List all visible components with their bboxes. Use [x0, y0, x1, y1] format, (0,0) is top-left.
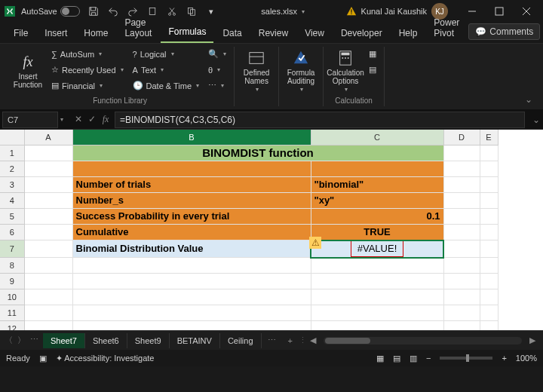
- tab-developer[interactable]: Developer: [333, 23, 390, 43]
- maximize-button[interactable]: [486, 0, 513, 23]
- select-all-corner[interactable]: [0, 130, 24, 145]
- cell-B7[interactable]: Binomial Distribution Value: [72, 240, 311, 258]
- cut-icon[interactable]: [163, 2, 181, 20]
- view-page-icon[interactable]: ▤: [393, 354, 400, 363]
- row-header-9[interactable]: 9: [0, 274, 24, 289]
- formula-bar-expand-icon[interactable]: ⌄: [529, 115, 543, 125]
- sheet-tab-betainv[interactable]: BETAINV: [170, 333, 220, 348]
- row-header-12[interactable]: 12: [0, 321, 24, 331]
- chevron-down-icon[interactable]: ▾: [202, 2, 220, 20]
- tab-formulas[interactable]: Formulas: [161, 22, 213, 43]
- comments-button[interactable]: 💬 Comments: [468, 23, 540, 40]
- autosum-button[interactable]: ∑AutoSum▾: [48, 47, 127, 61]
- row-header-6[interactable]: 6: [0, 225, 24, 240]
- cell-C6[interactable]: TRUE: [311, 225, 443, 240]
- insert-function-button[interactable]: fx Insert Function: [11, 47, 45, 95]
- cell-title[interactable]: BINOMDIST function: [72, 145, 443, 161]
- more-fn-button[interactable]: ⋯▾: [205, 78, 229, 93]
- row-header-10[interactable]: 10: [0, 289, 24, 305]
- recently-used-button[interactable]: ☆Recently Used▾: [48, 63, 127, 77]
- sheet-tab-sheet6[interactable]: Sheet6: [85, 333, 127, 348]
- zoom-in-icon[interactable]: +: [502, 354, 506, 363]
- tab-power-pivot[interactable]: Power Pivot: [426, 13, 467, 43]
- sheet-next-icon[interactable]: 〉: [17, 335, 26, 346]
- close-button[interactable]: [513, 0, 540, 23]
- spreadsheet-grid[interactable]: A B C D E 1BINOMDIST function 2 3Number …: [0, 130, 543, 330]
- new-sheet-button[interactable]: +: [282, 336, 299, 345]
- copy-icon[interactable]: [183, 2, 201, 20]
- tab-review[interactable]: Review: [251, 23, 296, 43]
- cell-B3[interactable]: Number of trials: [72, 177, 311, 193]
- tab-page-layout[interactable]: Page Layout: [117, 13, 159, 43]
- formula-auditing-button[interactable]: Formula Auditing▾: [284, 47, 318, 95]
- autosave-toggle[interactable]: AutoSave: [21, 6, 80, 17]
- cell-C5[interactable]: 0.1: [311, 209, 443, 225]
- sheet-menu-icon[interactable]: ⋯: [30, 335, 38, 346]
- tab-insert[interactable]: Insert: [37, 23, 75, 43]
- text-button[interactable]: AText▾: [130, 63, 203, 77]
- tab-file[interactable]: File: [6, 23, 35, 43]
- hscroll-left-icon[interactable]: ◀: [307, 335, 319, 345]
- filename-chevron-icon[interactable]: ▾: [302, 8, 305, 15]
- ribbon-collapse-icon[interactable]: ⌄: [525, 94, 532, 105]
- zoom-slider[interactable]: [440, 357, 492, 360]
- view-normal-icon[interactable]: ▦: [376, 354, 384, 363]
- financial-button[interactable]: ▤Financial▾: [48, 78, 127, 93]
- enter-formula-icon[interactable]: ✓: [86, 114, 98, 125]
- namebox-chevron-icon[interactable]: ▾: [60, 116, 69, 123]
- col-header-D[interactable]: D: [443, 130, 480, 145]
- row-header-11[interactable]: 11: [0, 305, 24, 321]
- col-header-B[interactable]: B: [72, 130, 311, 145]
- cell-C4[interactable]: "xy": [311, 193, 443, 209]
- accessibility-status[interactable]: ✦ Accessibility: Investigate: [56, 354, 155, 363]
- save-icon[interactable]: [84, 2, 103, 20]
- defined-names-button[interactable]: Defined Names▾: [239, 47, 274, 95]
- row-header-4[interactable]: 4: [0, 193, 24, 209]
- svg-rect-13: [342, 52, 350, 55]
- calculation-options-button[interactable]: Calculation Options▾: [328, 47, 363, 95]
- calc-now-button[interactable]: ▦: [366, 47, 379, 61]
- date-time-button[interactable]: 🕒Date & Time▾: [130, 78, 203, 93]
- cancel-formula-icon[interactable]: ✕: [72, 114, 84, 125]
- document-title: sales.xlsx ▾: [225, 7, 342, 16]
- sheet-tab-ceiling[interactable]: Ceiling: [220, 333, 262, 348]
- tab-view[interactable]: View: [297, 23, 332, 43]
- hscroll-right-icon[interactable]: ▶: [526, 335, 538, 345]
- row-header-2[interactable]: 2: [0, 161, 24, 177]
- logical-button[interactable]: ?Logical▾: [130, 47, 203, 61]
- zoom-level[interactable]: 100%: [516, 354, 537, 363]
- col-header-A[interactable]: A: [24, 130, 72, 145]
- tab-home[interactable]: Home: [76, 23, 115, 43]
- error-warning-icon[interactable]: ⚠: [309, 237, 321, 249]
- lookup-button[interactable]: 🔍▾: [205, 47, 229, 61]
- macro-record-icon[interactable]: ▣: [39, 354, 47, 363]
- autosave-switch-icon[interactable]: [60, 6, 80, 17]
- row-header-8[interactable]: 8: [0, 258, 24, 274]
- sheet-more-icon[interactable]: ⋯: [262, 335, 282, 345]
- sheet-tab-sheet7[interactable]: Sheet7: [43, 333, 85, 348]
- horizontal-scrollbar[interactable]: [324, 337, 522, 345]
- warning-icon[interactable]: [346, 6, 357, 17]
- zoom-out-icon[interactable]: −: [426, 354, 431, 363]
- math-button[interactable]: θ▾: [205, 63, 229, 77]
- calc-sheet-button[interactable]: ▤: [366, 63, 379, 77]
- formula-input[interactable]: =BINOMDIST(C4,C3,C5,C6): [115, 112, 525, 128]
- name-box[interactable]: C7: [2, 112, 58, 128]
- fx-bar-icon[interactable]: fx: [100, 114, 112, 125]
- col-header-E[interactable]: E: [480, 130, 498, 145]
- tab-help[interactable]: Help: [391, 23, 425, 43]
- cell-B5[interactable]: Success Probability in every trial: [72, 209, 311, 225]
- sheet-prev-icon[interactable]: 〈: [5, 335, 13, 346]
- row-header-1[interactable]: 1: [0, 145, 24, 161]
- cell-C3[interactable]: "binomial": [311, 177, 443, 193]
- view-break-icon[interactable]: ▥: [410, 354, 417, 363]
- row-header-5[interactable]: 5: [0, 209, 24, 225]
- tab-data[interactable]: Data: [215, 23, 249, 43]
- cell-B6[interactable]: Cumulative: [72, 225, 311, 240]
- cell-B4[interactable]: Number_s: [72, 193, 311, 209]
- col-header-C[interactable]: C: [311, 130, 443, 145]
- row-header-3[interactable]: 3: [0, 177, 24, 193]
- cell-C7-selected[interactable]: #VALUE!: [311, 240, 443, 258]
- sheet-tab-sheet9[interactable]: Sheet9: [127, 333, 170, 348]
- row-header-7[interactable]: 7: [0, 240, 24, 258]
